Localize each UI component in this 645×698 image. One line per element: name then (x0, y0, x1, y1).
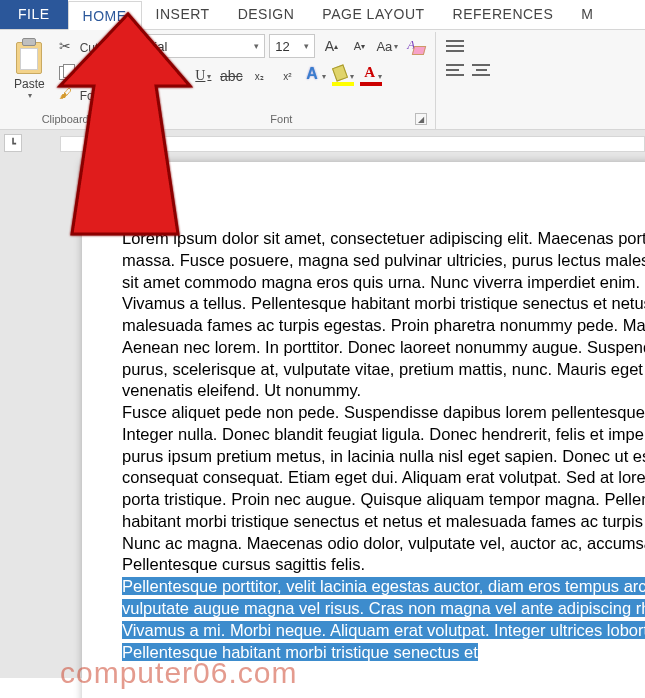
align-left-button[interactable] (444, 61, 466, 79)
document-workspace: ┗ Lorem ipsum dolor sit amet, consectetu… (0, 130, 645, 678)
group-clipboard: Paste ▾ Cut Copy Forma Clipboard (4, 32, 127, 129)
clear-formatting-button[interactable] (403, 34, 427, 58)
subscript-button[interactable]: x₂ (247, 64, 271, 88)
highlight-button[interactable]: ▾ (331, 64, 355, 88)
grow-font-button[interactable]: A▴ (319, 34, 343, 58)
chevron-down-icon: ▾ (254, 41, 259, 51)
cut-label: Cut (80, 41, 99, 55)
change-case-button[interactable]: Aa▾ (375, 34, 399, 58)
document-page[interactable]: Lorem ipsum dolor sit amet, consectetuer… (82, 162, 645, 698)
bullets-button[interactable] (444, 37, 466, 55)
tab-references[interactable]: REFERENCES (439, 0, 568, 29)
copy-label: Copy (80, 65, 108, 79)
clipboard-group-label: Clipboard ◢ (12, 111, 118, 129)
ribbon: Paste ▾ Cut Copy Forma Clipboard (0, 30, 645, 130)
font-color-icon (360, 66, 376, 86)
highlighter-icon (332, 66, 348, 86)
font-size-value: 12 (275, 39, 289, 54)
selected-text: Pellentesque porttitor, velit lacinia eg… (122, 577, 645, 660)
cut-button[interactable]: Cut (55, 38, 119, 58)
format-painter-label: Forma (80, 89, 115, 103)
font-name-combo[interactable]: Arial ▾ (135, 34, 265, 58)
paste-icon (14, 38, 44, 74)
font-color-button[interactable]: ▾ (359, 64, 383, 88)
font-name-value: Arial (141, 39, 167, 54)
horizontal-ruler[interactable] (60, 136, 645, 152)
font-dialog-launcher[interactable]: ◢ (415, 113, 427, 125)
brush-icon (59, 88, 75, 104)
tab-home[interactable]: HOME (68, 1, 142, 30)
ribbon-tabstrip: FILE HOME INSERT DESIGN PAGE LAYOUT REFE… (0, 0, 645, 30)
clipboard-dialog-launcher[interactable]: ◢ (106, 113, 118, 125)
group-font: Arial ▾ 12 ▾ A▴ A▾ Aa▾ (127, 32, 436, 129)
format-painter-button[interactable]: Forma (55, 86, 119, 106)
paragraph-2: Fusce aliquet pede non pede. Suspendisse… (122, 403, 645, 573)
italic-button[interactable]: I (163, 64, 187, 88)
superscript-button[interactable]: x² (275, 64, 299, 88)
chevron-down-icon: ▾ (304, 41, 309, 51)
eraser-icon (405, 37, 425, 55)
copy-icon (59, 64, 75, 80)
tab-selector[interactable]: ┗ (4, 134, 22, 152)
paragraph-1: Lorem ipsum dolor sit amet, consectetuer… (122, 229, 645, 399)
paste-button[interactable]: Paste ▾ (12, 34, 51, 111)
tab-file[interactable]: FILE (0, 0, 68, 29)
chevron-down-icon: ▾ (28, 91, 32, 100)
font-size-combo[interactable]: 12 ▾ (269, 34, 315, 58)
text-effects-icon (304, 67, 320, 85)
scissors-icon (59, 40, 75, 56)
bold-button[interactable]: B (135, 64, 159, 88)
document-body[interactable]: Lorem ipsum dolor sit amet, consectetuer… (122, 228, 645, 663)
tab-insert[interactable]: INSERT (142, 0, 224, 29)
shrink-font-button[interactable]: A▾ (347, 34, 371, 58)
font-group-label: Font ◢ (135, 111, 427, 129)
group-paragraph (436, 32, 500, 129)
copy-button[interactable]: Copy (55, 62, 119, 82)
tab-mailings-truncated[interactable]: M (567, 0, 607, 29)
tab-page-layout[interactable]: PAGE LAYOUT (308, 0, 438, 29)
tab-design[interactable]: DESIGN (224, 0, 309, 29)
text-effects-button[interactable]: ▾ (303, 64, 327, 88)
paste-label: Paste (14, 77, 45, 91)
strikethrough-button[interactable]: abc (219, 64, 243, 88)
align-center-button[interactable] (470, 61, 492, 79)
underline-button[interactable]: U▾ (191, 64, 215, 88)
